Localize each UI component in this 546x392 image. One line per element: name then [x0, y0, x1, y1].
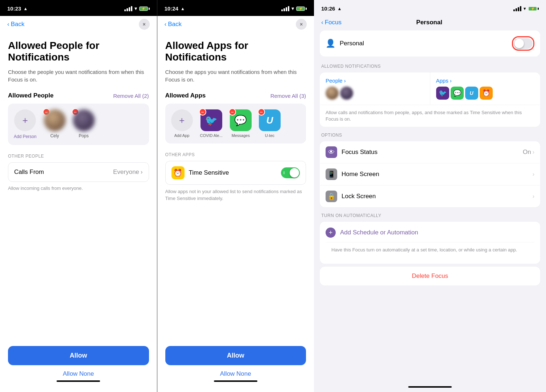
turn-on-section-label: TURN ON AUTOMATICALLY: [320, 213, 540, 218]
lock-screen-label: Lock Screen: [342, 193, 376, 200]
panel-allowed-people: 10:23 ▲ ▾ ⚡ ‹ Back × Allowed People for …: [0, 0, 157, 392]
close-button-1[interactable]: ×: [139, 19, 150, 30]
focus-status-label: Focus Status: [342, 149, 377, 156]
delete-focus-label: Delete Focus: [412, 272, 448, 279]
time-1: 10:23: [7, 5, 21, 12]
home-screen-row[interactable]: 📱 Home Screen ›: [320, 163, 540, 185]
allowed-people-label: Allowed People: [8, 92, 54, 99]
calls-from-row[interactable]: Calls From Everyone: [8, 162, 149, 182]
focus-status-icon: 👁: [326, 146, 337, 158]
person-cely[interactable]: − Cely: [44, 109, 66, 138]
allow-none-link-2[interactable]: Allow None: [165, 370, 306, 378]
close-icon-2: ×: [300, 21, 303, 27]
person2-avatar: [73, 109, 95, 131]
home-screen-left: 📱 Home Screen: [326, 168, 379, 180]
allow-incoming-text: Allow incoming calls from everyone.: [8, 185, 149, 191]
location-icon-3: ▲: [337, 6, 342, 11]
lock-screen-left: 🔒 Lock Screen: [326, 191, 376, 202]
wifi-icon-3: ▾: [524, 6, 526, 11]
apps-grid: + Add App − 🐦 COVID Ale... − 💬 Messages …: [165, 104, 306, 143]
person-pops[interactable]: − Pops: [73, 109, 95, 138]
time-sensitive-toggle[interactable]: I: [281, 167, 300, 178]
top-nav-2: ‹ Back ×: [157, 16, 314, 33]
toggle-border-highlight: [512, 36, 534, 51]
location-icon-1: ▲: [23, 6, 28, 11]
back-button-1[interactable]: ‹ Back: [7, 21, 24, 28]
options-card: 👁 Focus Status On › 📱 Home Screen › 🔒: [320, 141, 540, 207]
calls-from-chevron: [141, 168, 143, 176]
home-indicator-1: [57, 380, 100, 382]
time-sensitive-label: Time Sensitive: [189, 169, 229, 176]
allowed-apps-header: Allowed Apps Remove All (3): [165, 92, 306, 99]
remove-app1-btn[interactable]: −: [199, 108, 206, 116]
other-people-section-label: OTHER PEOPLE: [8, 154, 149, 159]
close-button-2[interactable]: ×: [296, 19, 307, 30]
apps-cell-title: Apps: [436, 78, 535, 84]
notif-description: Allow calls and notifications from peopl…: [320, 105, 540, 127]
status-bar-3: 10:26 ▲ ▾ ⚡: [314, 0, 546, 16]
add-circle-icon: +: [14, 109, 36, 131]
remove-all-people-btn[interactable]: Remove All (2): [113, 93, 149, 99]
notif-utec-icon: U: [465, 87, 478, 100]
allow-button-1[interactable]: Allow: [8, 346, 149, 365]
add-schedule-icon: +: [326, 228, 336, 238]
location-icon-2: ▲: [181, 6, 185, 11]
notif-people-avatars: [326, 87, 424, 100]
add-person-button[interactable]: + Add Person: [14, 109, 37, 139]
app2-name: Messages: [232, 133, 250, 138]
focus-status-chevron: ›: [533, 149, 534, 155]
lock-screen-icon: 🔒: [326, 191, 337, 202]
status-bar-2: 10:24 ▲ ▾ ⚡: [157, 0, 314, 16]
calls-from-label: Calls From: [14, 168, 44, 176]
focus-status-row[interactable]: 👁 Focus Status On ›: [320, 141, 540, 163]
personal-label: Personal: [340, 40, 364, 47]
toggle-thumb: [290, 168, 299, 178]
options-section-label: OPTIONS: [320, 133, 540, 138]
notif-row: People Apps 🐦 💬: [320, 72, 540, 105]
personal-icon: 👤: [326, 39, 335, 48]
time-2: 10:24: [165, 5, 178, 12]
chevron-left-icon-2: ‹: [165, 21, 167, 28]
signal-icon-2: [281, 6, 289, 11]
wifi-icon-1: ▾: [135, 6, 137, 11]
notif-avatar-2: [340, 87, 353, 100]
focus-back-button[interactable]: ‹ Focus: [321, 19, 342, 26]
allowed-apps-label: Allowed Apps: [165, 92, 206, 99]
person2-name: Pops: [79, 133, 88, 138]
panel1-subtitle: Choose the people you want notifications…: [8, 68, 149, 83]
focus-status-value: On ›: [523, 149, 534, 156]
messages-icon-glyph: 💬: [234, 114, 247, 126]
allow-none-link-1[interactable]: Allow None: [8, 370, 149, 378]
utec-icon-glyph: U: [266, 115, 273, 126]
remove-all-apps-btn[interactable]: Remove All (3): [270, 93, 306, 99]
lock-screen-row[interactable]: 🔒 Lock Screen ›: [320, 185, 540, 207]
notif-covid-icon: 🐦: [436, 87, 449, 100]
schedule-description: Have this Focus turn on automatically at…: [326, 242, 534, 258]
app-messages[interactable]: − 💬 Messages: [230, 109, 252, 138]
battery-icon-1: ⚡: [139, 7, 150, 11]
app3-name: U-tec: [265, 133, 274, 138]
personal-toggle[interactable]: [514, 38, 533, 49]
people-notif-cell[interactable]: People: [320, 72, 430, 105]
time-sensitive-icon: ⏰: [171, 166, 185, 179]
app-covid[interactable]: − 🐦 COVID Ale...: [200, 109, 223, 138]
chevron-left-icon-3: ‹: [321, 19, 323, 26]
battery-icon-3: ⚡: [528, 7, 539, 11]
focus-status-left: 👁 Focus Status: [326, 146, 377, 158]
add-schedule-button[interactable]: + Add Schedule or Automation: [326, 228, 534, 238]
add-app-label: Add App: [174, 133, 190, 138]
home-screen-chevron: ›: [533, 171, 534, 178]
allow-button-2[interactable]: Allow: [165, 346, 306, 365]
person1-name: Cely: [50, 133, 59, 138]
time-sensitive-description: Allow apps not in your allowed list to s…: [165, 188, 306, 201]
delete-focus-card[interactable]: Delete Focus: [320, 267, 540, 285]
app-utec[interactable]: − U U-tec: [259, 109, 281, 138]
notif-clock-icon: ⏰: [480, 87, 493, 100]
back-button-2[interactable]: ‹ Back: [165, 21, 182, 28]
third-nav: ‹ Focus Personal: [314, 16, 546, 30]
add-app-button[interactable]: + Add App: [171, 109, 193, 138]
allowed-people-header: Allowed People Remove All (2): [8, 92, 149, 99]
panel2-subtitle: Choose the apps you want notifications f…: [165, 68, 306, 83]
apps-notif-cell[interactable]: Apps 🐦 💬 U ⏰: [430, 72, 541, 105]
signal-icon-3: [513, 6, 521, 11]
